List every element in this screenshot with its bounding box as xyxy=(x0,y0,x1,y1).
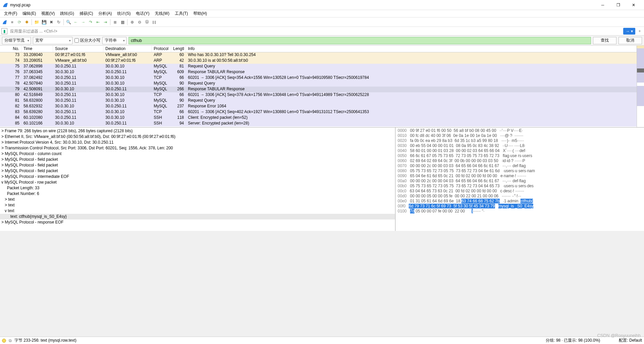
tree-line[interactable]: v MySQL Protocol - row packet xyxy=(0,180,395,185)
col-destination[interactable]: Destination xyxy=(103,46,152,52)
start-capture-icon[interactable] xyxy=(1,19,8,26)
packet-bytes-hex[interactable]: 0000 00 9f 27 e0 01 f6 00 50 56 a8 bf b0… xyxy=(396,128,644,231)
packet-list-header[interactable]: No. Time Source Destination Protocol Len… xyxy=(0,46,637,52)
packet-row[interactable]: 7942.50809130.0.30.1030.0.250.11MySQL266… xyxy=(0,87,637,92)
auto-scroll-icon[interactable]: ≣ xyxy=(112,19,118,26)
col-time[interactable]: Time xyxy=(21,46,53,52)
menu-item[interactable]: 跳转(G) xyxy=(57,10,77,17)
col-source[interactable]: Source xyxy=(53,46,103,52)
menu-item[interactable]: 捕获(C) xyxy=(77,10,96,17)
case-sensitive-checkbox[interactable]: 区分大小写 xyxy=(75,38,100,43)
go-back-icon[interactable]: ← xyxy=(72,19,79,26)
tree-line[interactable]: Packet Length: 33 xyxy=(0,185,395,191)
menu-item[interactable]: 视图(V) xyxy=(39,10,57,17)
tree-line[interactable]: > text xyxy=(0,197,395,202)
packet-row[interactable]: 7842.50784030.0.250.1130.0.30.10MySQL90R… xyxy=(0,81,637,87)
tree-line[interactable]: > text xyxy=(0,202,395,208)
maximize-button[interactable]: ❐ xyxy=(610,0,626,10)
tree-line[interactable]: > Transmission Control Protocol, Src Por… xyxy=(0,145,395,151)
menu-item[interactable]: 无线(W) xyxy=(152,10,172,17)
packet-row[interactable]: 7433.208051VMware_a8:bf:b000:9f:27:e0:01… xyxy=(0,58,637,64)
tree-line[interactable]: > MySQL Protocol - field packet xyxy=(0,162,395,168)
hex-line[interactable]: 00f0 6d 79 73 71 6c 5f 69 73 5f 53 30 5f… xyxy=(398,204,642,209)
packet-row[interactable]: 8560.10216630.0.30.1030.0.250.11SSH94Ser… xyxy=(0,121,637,127)
hex-line[interactable]: 00e0 01 31 05 61 64 6d 69 6e 18 63 74 66… xyxy=(398,199,642,204)
restart-capture-icon[interactable]: ⟳ xyxy=(16,19,23,26)
cancel-button[interactable]: 取消 xyxy=(618,37,642,44)
zoom-reset-icon[interactable]: ⦿ xyxy=(144,19,150,26)
packet-navigator-strip[interactable] xyxy=(637,46,644,127)
hex-line[interactable]: 0020 fa 0b 0c ea eb 29 8a b3 6d 35 1c b3… xyxy=(398,138,642,143)
find-packet-icon[interactable]: 🔍 xyxy=(65,19,72,26)
close-file-icon[interactable]: ✖ xyxy=(48,19,55,26)
colorize-icon[interactable]: ▦ xyxy=(119,19,126,26)
tree-line[interactable]: text: ctfhub{mysql_is_S0_E4sy} xyxy=(0,214,395,219)
hex-line[interactable]: 0070 00 00 00 2c 00 00 03 03 64 65 66 04… xyxy=(398,163,642,168)
hex-line[interactable]: 0090 65 04 6e 61 6d 65 0c 21 00 fd 02 00… xyxy=(398,174,642,179)
packet-row[interactable]: 8460.10208030.0.250.1130.0.30.10SSH118Cl… xyxy=(0,115,637,121)
menu-item[interactable]: 工具(T) xyxy=(172,10,191,17)
reload-icon[interactable]: ↻ xyxy=(55,19,62,26)
col-info[interactable]: Info xyxy=(186,46,637,52)
hex-line[interactable]: 0030 00 eb 55 04 00 00 01 01 08 0a 95 0c… xyxy=(398,143,642,148)
hex-line[interactable]: 0000 00 9f 27 e0 01 f6 00 50 56 a8 bf b0… xyxy=(398,128,642,133)
tree-line[interactable]: > MySQL Protocol - column count xyxy=(0,151,395,157)
packet-row[interactable]: 8042.51684930.0.250.1130.0.30.10TCP66602… xyxy=(0,92,637,98)
hex-line[interactable]: 0100 7d 05 00 00 07 fe 00 00 22 00 }····… xyxy=(398,209,642,214)
hex-line[interactable]: 00b0 05 75 73 65 72 73 05 75 73 65 72 73… xyxy=(398,184,642,189)
menu-item[interactable]: 编辑(E) xyxy=(20,10,39,17)
tree-line[interactable]: Packet Number: 6 xyxy=(0,191,395,197)
hex-line[interactable]: 00d0 00 00 00 05 00 00 05 fe 00 00 22 00… xyxy=(398,194,642,199)
packet-row[interactable]: 7737.08249230.0.250.1130.0.30.10TCP66602… xyxy=(0,75,637,81)
tree-line[interactable]: > Ethernet II, Src: VMware_a8:bf:b0 (00:… xyxy=(0,134,395,140)
search-in-dropdown[interactable]: 分组字节流 xyxy=(2,37,31,44)
search-type-dropdown[interactable]: 字符串 xyxy=(102,37,127,44)
packet-row[interactable]: 7637.06334530.0.30.1030.0.250.11MySQL609… xyxy=(0,69,637,75)
hex-line[interactable]: 0080 05 75 73 65 72 73 05 75 73 65 72 73… xyxy=(398,168,642,174)
charset-dropdown[interactable]: 宽窄 xyxy=(33,37,72,44)
menu-item[interactable]: 统计(S) xyxy=(114,10,133,17)
col-length[interactable]: Lengtl xyxy=(171,46,186,52)
menu-item[interactable]: 帮助(H) xyxy=(191,10,210,17)
packet-row[interactable]: 8158.63280030.0.250.1130.0.30.10MySQL90R… xyxy=(0,98,637,104)
packet-details-tree[interactable]: > Frame 79: 266 bytes on wire (2128 bits… xyxy=(0,128,396,231)
packet-row[interactable]: 8258.63293230.0.30.1030.0.250.11MySQL237… xyxy=(0,104,637,109)
menu-item[interactable]: 文件(F) xyxy=(1,10,20,17)
tree-line[interactable]: > MySQL Protocol - intermediate EOF xyxy=(0,174,395,180)
tree-line[interactable]: > Frame 79: 266 bytes on wire (2128 bits… xyxy=(0,128,395,134)
go-to-packet-icon[interactable]: ↷ xyxy=(87,19,94,26)
menu-item[interactable]: 分析(A) xyxy=(96,10,114,17)
hex-line[interactable]: 00a0 00 00 00 2c 00 00 04 03 64 65 66 04… xyxy=(398,179,642,184)
packet-list[interactable]: No. Time Source Destination Protocol Len… xyxy=(0,46,637,127)
find-button[interactable]: 查找 xyxy=(593,37,616,44)
search-term-input[interactable] xyxy=(129,37,591,44)
zoom-in-icon[interactable]: ⊕ xyxy=(129,19,136,26)
col-no[interactable]: No. xyxy=(0,46,21,52)
packet-row[interactable]: 8358.63928030.0.250.1130.0.30.10TCP66602… xyxy=(0,109,637,115)
zoom-out-icon[interactable]: ⊖ xyxy=(136,19,143,26)
close-button[interactable]: ✕ xyxy=(626,0,641,10)
packet-row[interactable]: 7537.06289830.0.250.1130.0.30.10MySQL81R… xyxy=(0,64,637,69)
packet-row[interactable]: 7333.20804000:9f:27:e0:01:f6VMware_a8:bf… xyxy=(0,52,637,58)
tree-line[interactable]: > MySQL Protocol - response EOF xyxy=(0,219,395,225)
tree-line[interactable]: > MySQL Protocol - field packet xyxy=(0,168,395,174)
resize-columns-icon[interactable]: ⫿⫿ xyxy=(151,19,158,26)
filter-bookmark-icon[interactable]: ▮ xyxy=(1,28,7,34)
add-filter-button[interactable]: ＋ xyxy=(637,28,643,34)
col-protocol[interactable]: Protocol xyxy=(152,46,171,52)
hex-line[interactable]: 00c0 63 04 64 65 73 63 0c 21 00 fd 02 00… xyxy=(398,189,642,194)
display-filter-input[interactable] xyxy=(9,28,622,35)
go-last-icon[interactable]: ⇥ xyxy=(102,19,109,26)
hex-line[interactable]: 0050 66 6c 61 67 05 75 73 65 72 73 05 75… xyxy=(398,153,642,158)
capture-options-icon[interactable]: ✱ xyxy=(23,19,30,26)
hex-line[interactable]: 0010 00 fc d8 dc 40 00 3f 06 0e 0a 1e 00… xyxy=(398,133,642,138)
tree-line[interactable]: > Internet Protocol Version 4, Src: 30.0… xyxy=(0,140,395,145)
menu-item[interactable]: 电话(Y) xyxy=(133,10,152,17)
hex-line[interactable]: 0060 02 69 64 02 69 64 0c 3f 00 0b 00 00… xyxy=(398,158,642,163)
go-forward-icon[interactable]: → xyxy=(80,19,87,26)
apply-filter-button[interactable]: → ▾ xyxy=(623,28,635,35)
go-first-icon[interactable]: ⇤ xyxy=(95,19,101,26)
hex-line[interactable]: 0040 58 60 01 00 00 01 03 28 00 00 02 03… xyxy=(398,148,642,153)
open-file-icon[interactable]: 📁 xyxy=(33,19,40,26)
minimize-button[interactable]: ─ xyxy=(595,0,610,10)
